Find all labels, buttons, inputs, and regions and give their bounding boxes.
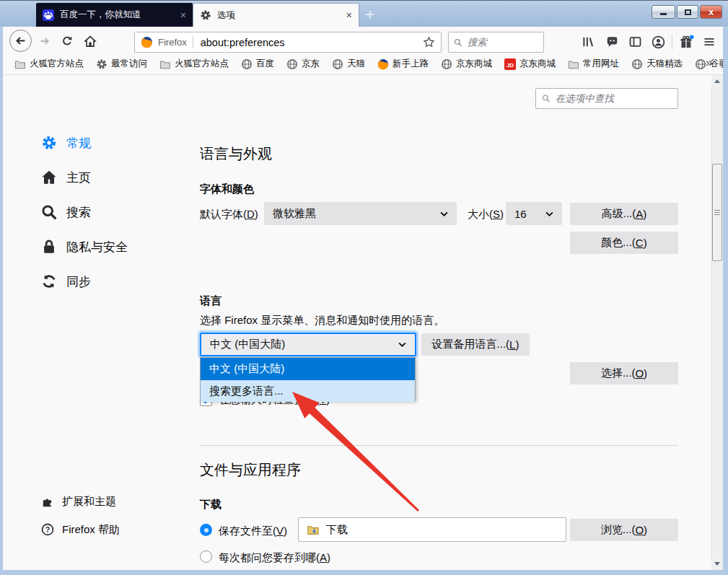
section-title-language-appearance: 语言与外观 bbox=[200, 144, 272, 164]
tab-options[interactable]: 选项 × bbox=[193, 3, 359, 27]
url-text: about:preferences bbox=[201, 37, 423, 48]
folder-icon bbox=[14, 58, 26, 70]
bookmark-jd-mall-2[interactable]: JD 京东商城 bbox=[504, 58, 556, 70]
find-in-options-input[interactable] bbox=[556, 93, 672, 104]
maximize-button[interactable] bbox=[677, 5, 698, 19]
reload-icon bbox=[61, 35, 73, 47]
bookmark-most-visited[interactable]: 最常访问 bbox=[96, 58, 147, 70]
tab-close-icon[interactable]: × bbox=[346, 10, 352, 20]
account-button[interactable] bbox=[649, 35, 667, 49]
bookmark-baidu[interactable]: 百度 bbox=[241, 58, 274, 70]
scrollbar-grip bbox=[714, 210, 720, 216]
ui-language-select[interactable]: 中文 (中国大陆) bbox=[200, 333, 416, 356]
downloads-heading: 下载 bbox=[200, 498, 222, 512]
sidebar-toggle-button[interactable] bbox=[626, 35, 644, 49]
search-input[interactable] bbox=[468, 37, 538, 48]
globe-icon bbox=[441, 58, 452, 70]
choose-button[interactable]: 选择...(O) bbox=[570, 362, 678, 385]
sidebar-item-firefox-help[interactable]: ? Firefox 帮助 bbox=[0, 523, 180, 537]
advanced-button[interactable]: 高级...(A) bbox=[570, 203, 678, 225]
tab-title: 选项 bbox=[217, 9, 340, 22]
download-path-box[interactable]: 下载 bbox=[298, 517, 566, 542]
search-icon bbox=[454, 38, 462, 48]
sidebar-item-search[interactable]: 搜索 bbox=[0, 202, 180, 222]
sidebar-item-sync[interactable]: 同步 bbox=[0, 271, 180, 291]
search-icon bbox=[542, 94, 551, 103]
minimize-button[interactable] bbox=[652, 5, 675, 19]
default-font-label: 默认字体(D) bbox=[200, 208, 258, 221]
bookmark-folder[interactable]: 火狐官方站点 bbox=[159, 58, 229, 70]
question-icon: ? bbox=[41, 523, 54, 536]
set-alternatives-button[interactable]: 设置备用语言...(L) bbox=[421, 333, 530, 356]
library-button[interactable] bbox=[579, 35, 597, 49]
bookmark-folder-common[interactable]: 常用网址 bbox=[568, 58, 619, 70]
page-scrollbar[interactable] bbox=[711, 75, 723, 570]
firefox-icon bbox=[141, 36, 153, 48]
bookmarks-overflow-chevron[interactable]: » bbox=[706, 56, 712, 69]
search-bar[interactable] bbox=[448, 32, 544, 53]
scrollbar-thumb[interactable] bbox=[712, 164, 722, 261]
minimize-icon bbox=[660, 13, 667, 15]
whats-new-button[interactable] bbox=[677, 33, 696, 51]
new-tab-button[interactable]: + bbox=[365, 5, 374, 25]
scrollbar-up-button[interactable] bbox=[711, 75, 723, 87]
sidebar-item-home[interactable]: 主页 bbox=[0, 167, 180, 188]
home-button[interactable] bbox=[83, 35, 97, 48]
save-files-to-radio[interactable] bbox=[200, 524, 212, 536]
scrollbar-down-button[interactable] bbox=[711, 558, 723, 570]
url-bar[interactable]: Firefox about:preferences bbox=[134, 32, 442, 53]
tab-title: 百度一下，你就知道 bbox=[60, 9, 174, 21]
dropdown-option-chinese[interactable]: 中文 (中国大陆) bbox=[201, 358, 415, 380]
triangle-down-icon bbox=[714, 562, 720, 566]
gift-icon bbox=[679, 35, 694, 50]
back-button[interactable] bbox=[9, 30, 32, 52]
close-button[interactable]: x bbox=[700, 5, 722, 19]
language-dropdown-panel: 中文 (中国大陆) 搜索更多语言... bbox=[200, 357, 416, 401]
reload-button[interactable] bbox=[60, 35, 74, 48]
tab-close-icon[interactable]: × bbox=[180, 10, 186, 20]
language-description: 选择 Firefox 显示菜单、消息和通知时使用的语言。 bbox=[200, 314, 444, 328]
section-divider bbox=[200, 445, 678, 446]
account-person-icon bbox=[652, 35, 665, 49]
always-ask-radio[interactable] bbox=[200, 550, 212, 563]
lock-icon bbox=[41, 239, 57, 255]
globe-icon bbox=[631, 58, 643, 70]
forward-button[interactable] bbox=[37, 35, 53, 48]
speech-bubble-icon bbox=[605, 35, 619, 48]
dropdown-option-search-more[interactable]: 搜索更多语言... bbox=[201, 380, 415, 402]
colors-button[interactable]: 颜色...(C) bbox=[570, 232, 678, 254]
always-ask-label: 每次都问您要存到哪(A) bbox=[219, 551, 330, 565]
browse-button[interactable]: 浏览...(O) bbox=[570, 519, 678, 541]
jd-logo-icon: JD bbox=[504, 58, 516, 70]
font-size-select[interactable]: 16 bbox=[506, 202, 562, 225]
url-brand-label: Firefox bbox=[158, 37, 187, 48]
sidebar-item-general[interactable]: 常规 bbox=[0, 133, 180, 153]
gear-icon bbox=[96, 58, 108, 70]
save-files-to-label: 保存文件至(V) bbox=[219, 524, 287, 538]
folder-icon bbox=[568, 58, 579, 70]
bookmark-jd[interactable]: 京东 bbox=[286, 58, 320, 70]
messages-button[interactable] bbox=[603, 35, 620, 49]
bookmark-jd-mall[interactable]: 京东商城 bbox=[441, 58, 492, 70]
firefox-icon bbox=[377, 58, 389, 70]
window-border-left bbox=[0, 27, 3, 575]
close-icon: x bbox=[709, 7, 714, 17]
sidebar-item-privacy-security[interactable]: 隐私与安全 bbox=[0, 237, 180, 257]
bookmark-star-icon[interactable] bbox=[423, 36, 435, 48]
bookmark-folder[interactable]: 火狐官方站点 bbox=[14, 58, 84, 70]
sync-icon bbox=[41, 273, 57, 289]
globe-icon bbox=[286, 58, 298, 70]
search-icon bbox=[41, 204, 57, 220]
tab-baidu[interactable]: 百度一下，你就知道 × bbox=[36, 3, 193, 27]
bookmark-tmall-selected[interactable]: 天猫精选 bbox=[631, 58, 683, 70]
toolbar-divider bbox=[672, 35, 672, 50]
maximize-icon bbox=[685, 9, 691, 15]
find-in-options-box[interactable] bbox=[535, 88, 678, 109]
globe-icon bbox=[332, 58, 343, 70]
download-path-text: 下载 bbox=[326, 523, 348, 537]
bookmark-getting-started[interactable]: 新手上路 bbox=[377, 58, 429, 70]
bookmark-tmall[interactable]: 天猫 bbox=[332, 58, 365, 70]
sidebar-item-extensions-themes[interactable]: 扩展和主题 bbox=[0, 495, 180, 509]
menu-button[interactable] bbox=[701, 35, 718, 49]
default-font-select[interactable]: 微软雅黑 bbox=[264, 202, 457, 225]
